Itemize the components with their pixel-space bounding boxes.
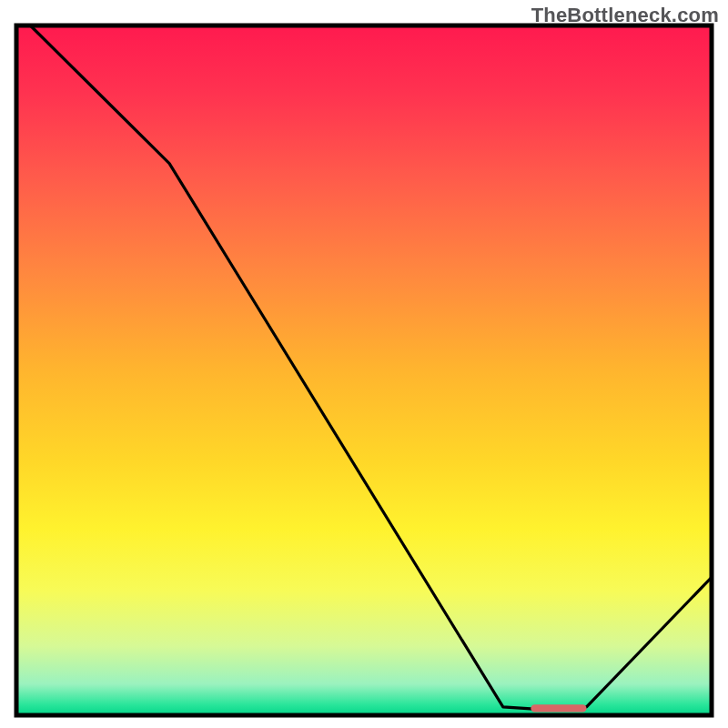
optimal-range-marker [531,704,586,712]
chart-background [16,25,712,715]
chart-container: TheBottleneck.com [0,0,728,728]
bottleneck-chart [0,0,728,728]
watermark-text: TheBottleneck.com [531,4,719,27]
